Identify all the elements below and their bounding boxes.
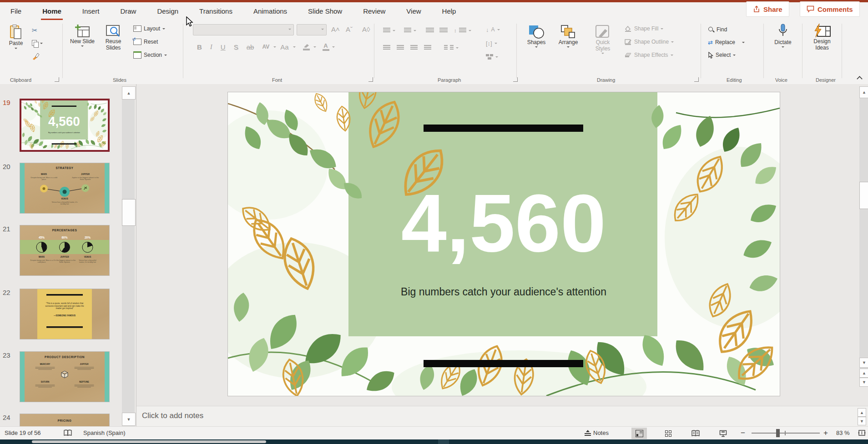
share-button[interactable]: Share bbox=[746, 1, 789, 17]
slideshow-view-button[interactable] bbox=[715, 428, 731, 439]
character-spacing-button[interactable]: AV bbox=[262, 44, 269, 50]
normal-view-button[interactable] bbox=[631, 428, 647, 439]
new-slide-button[interactable]: New Slide bbox=[68, 25, 96, 47]
change-case-button[interactable]: Aa bbox=[280, 43, 288, 51]
tab-draw[interactable]: Draw bbox=[110, 2, 146, 20]
zoom-in-button[interactable]: + bbox=[823, 429, 828, 438]
collapse-ribbon-button[interactable] bbox=[857, 76, 862, 81]
font-name-combo[interactable] bbox=[193, 24, 294, 35]
zoom-slider-thumb[interactable] bbox=[776, 429, 780, 437]
strikethrough-button[interactable]: ab bbox=[247, 43, 254, 51]
numbering-button[interactable] bbox=[404, 25, 416, 35]
select-button[interactable]: Select bbox=[708, 50, 736, 60]
clear-formatting-button[interactable]: A◊ bbox=[362, 24, 370, 34]
new-slide-dropdown[interactable] bbox=[81, 45, 84, 47]
underline-button[interactable]: U bbox=[221, 43, 226, 51]
reset-button[interactable]: ↺ Reset bbox=[133, 37, 158, 47]
reading-view-button[interactable] bbox=[688, 428, 703, 439]
zoom-out-button[interactable]: − bbox=[741, 429, 745, 438]
tab-view[interactable]: View bbox=[396, 2, 431, 20]
text-shadow-button[interactable]: S bbox=[234, 43, 238, 51]
paste-dropdown[interactable] bbox=[15, 48, 17, 49]
spell-check-icon[interactable] bbox=[64, 429, 72, 437]
main-scrollbar[interactable] bbox=[859, 86, 868, 386]
comments-button[interactable]: Comments bbox=[800, 1, 860, 17]
justify-button[interactable] bbox=[424, 43, 431, 53]
tab-review[interactable]: Review bbox=[353, 2, 396, 20]
notes-scroll-down-button[interactable]: ▼ bbox=[858, 417, 866, 425]
columns-button[interactable] bbox=[444, 43, 459, 53]
notes-toggle-button[interactable]: Notes bbox=[585, 429, 609, 436]
zoom-level[interactable]: 83 % bbox=[836, 429, 850, 436]
copy-button[interactable] bbox=[32, 38, 43, 48]
main-scroll-down-button[interactable]: ▼ bbox=[859, 358, 868, 368]
copy-dropdown[interactable] bbox=[40, 43, 43, 44]
thumbnail-slide-24[interactable]: PRICING bbox=[20, 414, 110, 426]
main-scroll-up-button[interactable]: ▲ bbox=[859, 86, 868, 98]
quick-styles-button[interactable]: Quick Styles bbox=[588, 25, 618, 54]
cut-button[interactable]: ✂ bbox=[32, 25, 38, 35]
increase-indent-button[interactable] bbox=[439, 25, 448, 35]
fit-to-window-icon[interactable] bbox=[858, 429, 866, 437]
notes-placeholder[interactable]: Click to add notes bbox=[142, 411, 203, 420]
notes-scroll-up-button[interactable]: ▲ bbox=[858, 408, 866, 417]
align-center-button[interactable] bbox=[397, 43, 404, 53]
thumbnail-slide-21[interactable]: PERCENTAGES 45% 60% 20% MARS JUPITER VEN… bbox=[20, 225, 110, 276]
highlight-color-button[interactable] bbox=[303, 43, 310, 50]
thumbnail-scrollbar-thumb[interactable] bbox=[122, 199, 136, 226]
thumbnail-scroll-up-button[interactable]: ▲ bbox=[122, 86, 136, 100]
dictate-button[interactable]: Dictate bbox=[769, 24, 797, 48]
thumbnail-slide-23[interactable]: PRODUCT DESCRIPTION MERCURY JUPITER SATU… bbox=[20, 351, 110, 402]
tab-design[interactable]: Design bbox=[146, 2, 189, 20]
next-slide-button[interactable]: ▼ bbox=[859, 378, 868, 387]
shape-fill-button[interactable]: Shape Fill bbox=[624, 24, 663, 34]
taskbar-scrollbar[interactable] bbox=[32, 440, 266, 443]
thumbnail-slide-19[interactable] bbox=[20, 99, 110, 152]
decrease-indent-button[interactable] bbox=[426, 25, 434, 35]
slide-canvas[interactable] bbox=[227, 92, 780, 396]
tab-help[interactable]: Help bbox=[432, 2, 467, 20]
shape-outline-button[interactable]: Shape Outline bbox=[624, 37, 674, 47]
line-spacing-button[interactable]: ↕ bbox=[454, 25, 471, 35]
shape-effects-button[interactable]: Shape Effects bbox=[624, 50, 673, 60]
format-painter-button[interactable] bbox=[32, 51, 40, 61]
thumbnail-scroll-down-button[interactable]: ▼ bbox=[122, 413, 136, 426]
tab-slide-show[interactable]: Slide Show bbox=[298, 2, 353, 20]
convert-smartart-button[interactable] bbox=[486, 52, 498, 62]
clipboard-dialog-launcher[interactable] bbox=[55, 77, 59, 82]
layout-button[interactable]: Layout bbox=[133, 24, 165, 34]
arrange-button[interactable]: Arrange bbox=[553, 25, 583, 48]
font-dialog-launcher[interactable] bbox=[368, 77, 373, 82]
thumbnail-slide-20[interactable]: STRATEGY MARS JUPITER Despite being red,… bbox=[20, 163, 110, 214]
paste-button[interactable]: Paste bbox=[5, 25, 27, 49]
section-button[interactable]: Section bbox=[133, 50, 167, 60]
italic-button[interactable]: I bbox=[210, 43, 212, 51]
drawing-dialog-launcher[interactable] bbox=[694, 77, 699, 82]
bullets-button[interactable] bbox=[383, 25, 395, 35]
align-text-button[interactable]: [↕] bbox=[486, 38, 497, 48]
tab-home[interactable]: Home bbox=[32, 2, 72, 20]
align-left-button[interactable] bbox=[383, 43, 390, 53]
thumbnail-slide-22[interactable]: “This is a quote, words full of wisdom t… bbox=[20, 289, 110, 339]
bold-button[interactable]: B bbox=[197, 43, 202, 51]
language-indicator[interactable]: Spanish (Spain) bbox=[83, 429, 126, 436]
paragraph-dialog-launcher[interactable] bbox=[513, 77, 518, 82]
main-scrollbar-thumb[interactable] bbox=[859, 182, 868, 209]
zoom-slider-track[interactable] bbox=[752, 433, 820, 434]
reuse-slides-button[interactable]: Reuse Slides bbox=[99, 25, 127, 51]
font-color-button[interactable]: A bbox=[323, 43, 329, 51]
text-direction-button[interactable]: ↓A bbox=[486, 25, 500, 35]
grow-font-button[interactable]: A˄ bbox=[331, 24, 340, 34]
shrink-font-button[interactable]: Aˇ bbox=[346, 24, 353, 34]
tab-transitions[interactable]: Transitions bbox=[189, 2, 243, 20]
previous-slide-button[interactable]: ▲ bbox=[859, 369, 868, 378]
thumbnail-scrollbar[interactable] bbox=[122, 86, 135, 426]
align-right-button[interactable] bbox=[410, 43, 418, 53]
find-button[interactable]: Find bbox=[708, 25, 727, 35]
tab-insert[interactable]: Insert bbox=[72, 2, 110, 20]
font-size-combo[interactable] bbox=[297, 24, 327, 35]
replace-button[interactable]: ⇄ Replace bbox=[708, 37, 745, 47]
tab-file[interactable]: File bbox=[0, 2, 32, 20]
slide-sorter-view-button[interactable] bbox=[661, 428, 676, 439]
shapes-button[interactable]: Shapes bbox=[522, 25, 550, 48]
